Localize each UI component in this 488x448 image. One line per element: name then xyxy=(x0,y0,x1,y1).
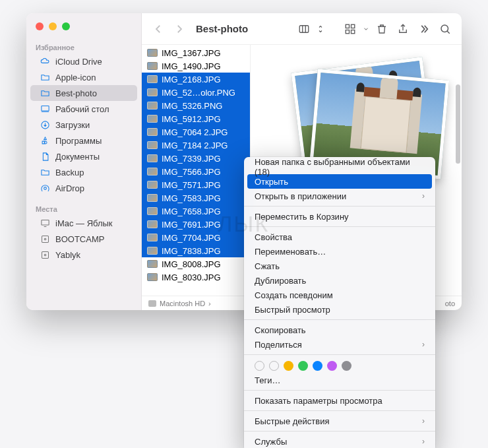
file-row[interactable]: IMG_7571.JPG xyxy=(142,178,250,191)
menu-item[interactable]: Создать псевдоним xyxy=(244,288,435,302)
svg-rect-14 xyxy=(351,30,355,33)
file-row[interactable]: IMG_1490.JPG xyxy=(142,59,250,73)
sidebar-item-label: Backup xyxy=(55,168,84,177)
file-row[interactable]: IMG_7566.JPG xyxy=(142,165,250,178)
file-row[interactable]: IMG_2168.JPG xyxy=(142,73,250,86)
menu-item[interactable]: Поделиться› xyxy=(244,337,435,352)
sidebar-item[interactable]: AirDrop xyxy=(30,180,137,196)
file-list[interactable]: IMG_1367.JPGIMG_1490.JPGIMG_2168.JPGIMG_… xyxy=(142,45,251,296)
sidebar-item[interactable]: Backup xyxy=(30,164,137,180)
menu-item[interactable]: Новая папка с выбранными объектами (18) xyxy=(244,160,435,174)
tag-color[interactable] xyxy=(342,361,351,371)
path-disk: Macintosh HD xyxy=(160,300,205,307)
menu-item[interactable]: Открыть в приложении› xyxy=(244,189,435,203)
file-row[interactable]: IMG_52…olor.PNG xyxy=(142,86,250,99)
sidebar-item-label: Документы xyxy=(55,152,100,162)
menu-item[interactable]: Показать параметры просмотра xyxy=(244,393,435,408)
menu-item[interactable]: Сжать xyxy=(244,259,435,273)
file-name: IMG_7064 2.JPG xyxy=(162,127,228,137)
svg-point-2 xyxy=(44,187,46,189)
file-thumb-icon xyxy=(147,194,158,202)
disk-icon xyxy=(148,300,156,307)
menu-item[interactable]: Переименовать… xyxy=(244,244,435,259)
view-columns-button[interactable] xyxy=(295,20,313,38)
file-name: IMG_7184 2.JPG xyxy=(162,141,228,150)
menu-item-label: Быстрые действия xyxy=(255,416,329,426)
sidebar-item[interactable]: BOOTCAMP xyxy=(30,231,137,247)
file-row[interactable]: IMG_1367.JPG xyxy=(142,46,250,59)
scrollbar[interactable] xyxy=(456,84,460,164)
sidebar-item[interactable]: Apple-icon xyxy=(30,69,137,85)
tag-color[interactable] xyxy=(284,361,293,371)
file-row[interactable]: IMG_7658.JPG xyxy=(142,205,250,218)
file-row[interactable]: IMG_7339.JPG xyxy=(142,152,250,165)
desktop-icon xyxy=(40,104,50,114)
window-title: Best-photo xyxy=(192,23,252,34)
minimize-button[interactable] xyxy=(49,22,57,30)
group-button[interactable] xyxy=(342,20,359,38)
menu-item-label: Дублировать xyxy=(255,276,306,286)
tag-color[interactable] xyxy=(255,361,264,371)
tag-color[interactable] xyxy=(269,361,279,371)
sidebar-item[interactable]: Best-photo xyxy=(30,85,137,101)
file-row[interactable]: IMG_7838.JPG xyxy=(142,244,250,257)
zoom-button[interactable] xyxy=(62,22,70,30)
file-row[interactable]: IMG_7184 2.JPG xyxy=(142,139,250,152)
overflow-button[interactable] xyxy=(415,20,433,38)
file-row[interactable]: IMG_7064 2.JPG xyxy=(142,125,250,139)
chevron-right-icon: › xyxy=(422,191,425,201)
file-name: IMG_2168.JPG xyxy=(162,75,221,84)
sidebar-item-label: Рабочий стол xyxy=(55,104,109,114)
svg-rect-6 xyxy=(42,251,48,258)
sidebar-item[interactable]: Программы xyxy=(30,133,137,148)
trash-button[interactable] xyxy=(373,20,390,38)
menu-item[interactable]: Скопировать xyxy=(244,323,435,337)
menu-item-label: Службы xyxy=(255,437,287,447)
file-row[interactable]: IMG_8030.JPG xyxy=(142,271,250,284)
svg-point-15 xyxy=(441,25,448,32)
menu-item-label: Сжать xyxy=(255,261,280,271)
forward-button[interactable] xyxy=(171,20,188,38)
folder-icon xyxy=(40,72,50,82)
back-button[interactable] xyxy=(150,20,167,38)
svg-rect-4 xyxy=(42,236,48,242)
file-row[interactable]: IMG_7583.JPG xyxy=(142,191,250,205)
menu-item[interactable]: Теги… xyxy=(244,373,435,387)
menu-item[interactable]: Дублировать xyxy=(244,273,435,288)
menu-separator xyxy=(244,319,435,320)
sidebar-item[interactable]: Документы xyxy=(30,148,137,164)
view-menu-chevron[interactable] xyxy=(317,20,324,38)
menu-item[interactable]: Быстрый просмотр xyxy=(244,302,435,317)
sidebar-item[interactable]: iMac — Яблык xyxy=(30,215,137,231)
file-name: IMG_1490.JPG xyxy=(162,61,221,71)
doc-icon xyxy=(40,151,50,162)
svg-point-7 xyxy=(44,254,46,256)
svg-rect-13 xyxy=(346,30,349,33)
sidebar-item[interactable]: Загрузки xyxy=(30,117,137,133)
tag-color[interactable] xyxy=(298,361,308,371)
tag-color[interactable] xyxy=(327,361,337,371)
group-menu-chevron[interactable] xyxy=(363,20,369,38)
menu-item[interactable]: Свойства xyxy=(244,230,435,244)
context-menu[interactable]: Новая папка с выбранными объектами (18)О… xyxy=(244,157,435,448)
close-button[interactable] xyxy=(36,22,44,30)
menu-separator xyxy=(244,431,435,432)
share-button[interactable] xyxy=(394,20,412,38)
menu-item[interactable]: Переместить в Корзину xyxy=(244,209,435,224)
menu-item[interactable]: Службы› xyxy=(244,434,435,448)
file-row[interactable]: IMG_5912.JPG xyxy=(142,112,250,125)
file-row[interactable]: IMG_7704.JPG xyxy=(142,231,250,244)
sidebar-item-label: Программы xyxy=(55,136,102,146)
file-row[interactable]: IMG_7691.JPG xyxy=(142,218,250,231)
tag-color[interactable] xyxy=(313,361,322,371)
file-row[interactable]: IMG_8008.JPG xyxy=(142,257,250,271)
search-button[interactable] xyxy=(437,20,454,38)
folder-icon xyxy=(40,167,50,177)
chevron-right-icon: › xyxy=(422,340,425,349)
sidebar-item[interactable]: Рабочий стол xyxy=(30,101,137,117)
menu-item[interactable]: Быстрые действия› xyxy=(244,414,435,428)
sidebar-item[interactable]: Yablyk xyxy=(30,247,137,263)
file-thumb-icon xyxy=(147,141,158,149)
file-row[interactable]: IMG_5326.PNG xyxy=(142,99,250,112)
sidebar-item[interactable]: iCloud Drive xyxy=(30,53,137,69)
